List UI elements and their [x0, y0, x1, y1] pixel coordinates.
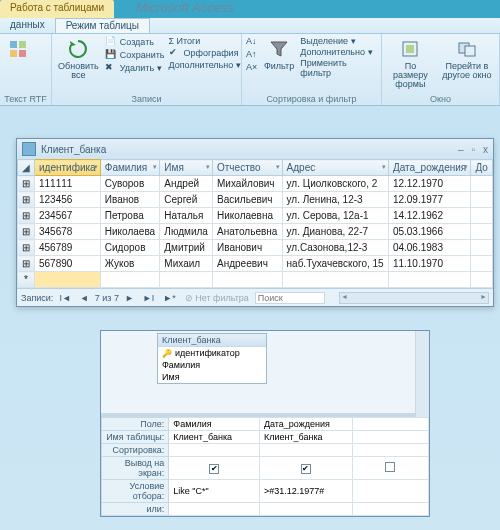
cell[interactable]: 345678 — [35, 224, 101, 240]
cell[interactable]: Петрова — [100, 208, 160, 224]
cell[interactable]: ул. Дианова, 22-7 — [282, 224, 388, 240]
cell[interactable]: Васильевич — [213, 192, 283, 208]
cell[interactable]: ул. Циолковского, 2 — [282, 176, 388, 192]
cell[interactable]: Иванов — [100, 192, 160, 208]
cell[interactable]: Иванович — [213, 240, 283, 256]
filter-button[interactable]: Фильтр — [262, 36, 296, 72]
row-selector[interactable]: ⊞ — [18, 256, 35, 272]
data-grid[interactable]: ◢ идентифика▾ Фамилия▾ Имя▾ Отчество▾ Ад… — [17, 159, 493, 288]
new-record-button[interactable]: 📄Создать — [105, 36, 165, 48]
field-pk[interactable]: 🔑идентификатор — [158, 347, 266, 359]
totals-button[interactable]: Σ Итоги — [169, 36, 242, 46]
cell[interactable]: ул. Серова, 12а-1 — [282, 208, 388, 224]
tab-table-tools[interactable]: Работа с таблицами — [0, 0, 114, 18]
vscrollbar[interactable] — [415, 331, 429, 417]
nav-search-input[interactable] — [255, 292, 325, 304]
cell[interactable]: Наталья — [160, 208, 213, 224]
nav-prev[interactable]: ◄ — [77, 293, 92, 303]
new-row[interactable]: * — [18, 272, 493, 288]
spelling-button[interactable]: ✔Орфография — [169, 47, 242, 59]
cell[interactable]: Дмитрий — [160, 240, 213, 256]
cell[interactable]: наб.Тухачевского, 15 — [282, 256, 388, 272]
nav-nofilter[interactable]: ⊘ Нет фильтра — [182, 293, 252, 303]
cell[interactable]: Сергей — [160, 192, 213, 208]
minimize-button[interactable]: – — [458, 144, 464, 155]
col-birthdate[interactable]: Дата_рождения▾ — [388, 160, 471, 176]
col-id[interactable]: идентифика▾ — [35, 160, 101, 176]
advanced-filter-button[interactable]: Дополнительно ▾ — [300, 47, 377, 57]
row-selector[interactable]: ⊞ — [18, 208, 35, 224]
cell[interactable]: 12.12.1970 — [388, 176, 471, 192]
maximize-button[interactable]: ▫ — [471, 144, 475, 155]
col-patronymic[interactable]: Отчество▾ — [213, 160, 283, 176]
rtf-button[interactable] — [4, 36, 32, 62]
cell[interactable]: 456789 — [35, 240, 101, 256]
qcell-crit-2[interactable]: >#31.12.1977# — [259, 480, 352, 503]
cell[interactable]: 11.10.1970 — [388, 256, 471, 272]
cell[interactable]: ул.Сазонова,12-3 — [282, 240, 388, 256]
cell[interactable]: Михайлович — [213, 176, 283, 192]
col-extra[interactable]: До — [471, 160, 493, 176]
cell[interactable]: Анатольевна — [213, 224, 283, 240]
tab-datasheet[interactable]: Режим таблицы — [55, 18, 150, 33]
show-check-3[interactable] — [385, 462, 395, 472]
cell[interactable]: Михаил — [160, 256, 213, 272]
refresh-all-button[interactable]: Обновить все — [56, 36, 101, 81]
col-firstname[interactable]: Имя▾ — [160, 160, 213, 176]
col-address[interactable]: Адрес▾ — [282, 160, 388, 176]
table-fieldlist[interactable]: Клиент_банка 🔑идентификатор Фамилия Имя — [157, 333, 267, 384]
size-to-fit-button[interactable]: По размеру формы — [386, 36, 435, 90]
save-button[interactable]: 💾Сохранить — [105, 49, 165, 61]
cell[interactable]: 234567 — [35, 208, 101, 224]
sort-desc-button[interactable]: A↑ — [246, 49, 258, 61]
table-row[interactable]: ⊞456789СидоровДмитрийИвановичул.Сазонова… — [18, 240, 493, 256]
row-selector[interactable]: ⊞ — [18, 176, 35, 192]
cell[interactable]: Николаева — [100, 224, 160, 240]
cell[interactable]: 14.12.1962 — [388, 208, 471, 224]
toggle-filter-button[interactable]: Применить фильтр — [300, 58, 377, 78]
show-check-2[interactable]: ✔ — [301, 464, 311, 474]
cell[interactable]: Андрей — [160, 176, 213, 192]
hscrollbar[interactable] — [339, 292, 489, 304]
show-check-1[interactable]: ✔ — [209, 464, 219, 474]
clear-sort-button[interactable]: A× — [246, 62, 258, 74]
row-selector[interactable]: ⊞ — [18, 224, 35, 240]
cell[interactable]: 111111 — [35, 176, 101, 192]
table-row[interactable]: ⊞111111СуворовАндрейМихайловичул. Циолко… — [18, 176, 493, 192]
window-titlebar[interactable]: Клиент_банка – ▫ x — [17, 139, 493, 159]
field-firstname[interactable]: Имя — [158, 371, 266, 383]
query-diagram-pane[interactable]: Клиент_банка 🔑идентификатор Фамилия Имя — [101, 331, 429, 417]
qcell-field-2[interactable]: Дата_рождения — [259, 418, 352, 431]
cell[interactable]: Андреевич — [213, 256, 283, 272]
table-row[interactable]: ⊞345678НиколаеваЛюдмилаАнатольевнаул. Ди… — [18, 224, 493, 240]
table-row[interactable]: ⊞234567ПетроваНатальяНиколаевнаул. Серов… — [18, 208, 493, 224]
qcell-table-2[interactable]: Клиент_банка — [259, 431, 352, 444]
cell[interactable]: ул. Ленина, 12-3 — [282, 192, 388, 208]
cell[interactable]: Людмила — [160, 224, 213, 240]
row-selector[interactable]: ⊞ — [18, 240, 35, 256]
cell[interactable]: 123456 — [35, 192, 101, 208]
cell[interactable]: 04.06.1983 — [388, 240, 471, 256]
query-grid[interactable]: Поле: Фамилия Дата_рождения Имя таблицы:… — [101, 417, 429, 516]
close-button[interactable]: x — [483, 144, 488, 155]
qcell-table-1[interactable]: Клиент_банка — [169, 431, 260, 444]
cell[interactable]: 05.03.1966 — [388, 224, 471, 240]
delete-button[interactable]: ✖Удалить ▾ — [105, 62, 165, 74]
qcell-crit-1[interactable]: Like "С*" — [169, 480, 260, 503]
cell[interactable]: 12.09.1977 — [388, 192, 471, 208]
cell[interactable]: Суворов — [100, 176, 160, 192]
more-button[interactable]: Дополнительно ▾ — [169, 60, 242, 70]
tab-external-data[interactable]: данных — [0, 18, 55, 33]
nav-last[interactable]: ►I — [140, 293, 157, 303]
new-row-selector[interactable]: * — [18, 272, 35, 288]
switch-window-button[interactable]: Перейти в другое окно — [439, 36, 495, 81]
qcell-field-1[interactable]: Фамилия — [169, 418, 260, 431]
table-row[interactable]: ⊞123456ИвановСергейВасильевичул. Ленина,… — [18, 192, 493, 208]
nav-new[interactable]: ►* — [160, 293, 178, 303]
cell[interactable]: Жуков — [100, 256, 160, 272]
nav-first[interactable]: I◄ — [56, 293, 73, 303]
nav-next[interactable]: ► — [122, 293, 137, 303]
cell[interactable]: Сидоров — [100, 240, 160, 256]
field-lastname[interactable]: Фамилия — [158, 359, 266, 371]
sort-asc-button[interactable]: A↓ — [246, 36, 258, 48]
